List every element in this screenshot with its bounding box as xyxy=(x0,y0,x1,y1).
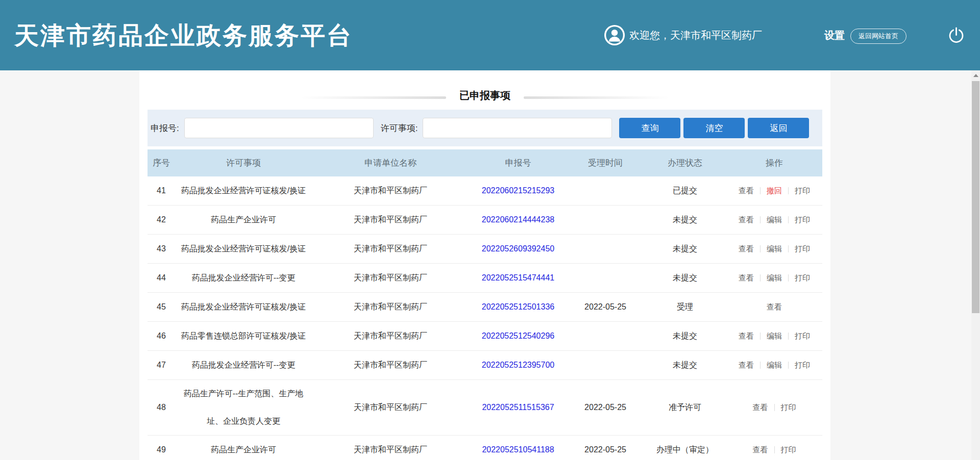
cell-company-name: 天津市和平区制药厂 xyxy=(312,264,469,293)
action-link-3[interactable]: 打印 xyxy=(795,186,810,195)
table-header-row: 序号许可事项申请单位名称申报号受理时间办理状态操作 xyxy=(148,149,822,176)
action-link-2[interactable]: 编辑 xyxy=(767,331,782,340)
clear-button[interactable]: 清空 xyxy=(683,118,745,138)
declaration-no-link[interactable]: 2022052511515367 xyxy=(482,403,554,412)
cell-actions: 查看编辑打印 xyxy=(726,322,822,351)
cell-acceptance-date xyxy=(567,206,644,235)
cell-license-item: 药品批发企业经营许可证核发/换证 xyxy=(175,235,312,264)
license-item-label: 许可事项: xyxy=(381,122,418,134)
vertical-scrollbar[interactable] xyxy=(971,70,980,460)
column-header-1: 许可事项 xyxy=(175,149,312,176)
cell-status: 未提交 xyxy=(644,351,726,380)
cell-company-name: 天津市和平区制药厂 xyxy=(312,322,469,351)
action-link-3[interactable]: 打印 xyxy=(795,215,810,224)
cell-declaration-no: 2022060215215293 xyxy=(469,176,567,206)
table-row: 46药品零售连锁总部许可证核发/换证天津市和平区制药厂2022052512540… xyxy=(148,322,822,351)
cell-declaration-no: 2022052512501336 xyxy=(469,293,567,322)
cell-actions: 查看打印 xyxy=(726,436,822,460)
cell-license-item: 药品批发企业经营许可证核发/换证 xyxy=(175,176,312,206)
scrollbar-thumb[interactable] xyxy=(972,81,979,313)
declaration-no-link[interactable]: 2022060214444238 xyxy=(482,215,554,224)
license-item-input[interactable] xyxy=(423,118,612,138)
cell-declaration-no: 2022052512395700 xyxy=(469,351,567,380)
action-link-1[interactable]: 查看 xyxy=(739,244,754,253)
cell-company-name: 天津市和平区制药厂 xyxy=(312,293,469,322)
back-to-homepage-button[interactable]: 返回网站首页 xyxy=(850,29,906,44)
logout-power-icon[interactable] xyxy=(947,26,966,45)
action-link-3[interactable]: 打印 xyxy=(795,361,810,369)
column-header-3: 申报号 xyxy=(469,149,567,176)
declaration-no-label: 申报号: xyxy=(151,122,179,134)
declared-items-table: 序号许可事项申请单位名称申报号受理时间办理状态操作 41药品批发企业经营许可证核… xyxy=(148,149,822,460)
cell-acceptance-date xyxy=(567,176,644,206)
cell-company-name: 天津市和平区制药厂 xyxy=(312,176,469,206)
content-card: 已申报事项 申报号: 许可事项: 查询 清空 返回 序号许可事项申请单位名称申报… xyxy=(139,70,830,460)
action-separator xyxy=(760,187,761,194)
user-info: 欢迎您，天津市和平区制药厂 xyxy=(604,24,762,46)
action-link-3[interactable]: 打印 xyxy=(795,273,810,282)
action-link-2[interactable]: 编辑 xyxy=(767,361,782,369)
cell-actions: 查看编辑打印 xyxy=(726,235,822,264)
declaration-no-link[interactable]: 2022052512395700 xyxy=(482,361,554,369)
action-separator xyxy=(788,362,789,369)
title-decor-line-left xyxy=(301,96,446,99)
declaration-no-link[interactable]: 2022052609392450 xyxy=(482,244,554,253)
cell-row-number: 48 xyxy=(148,380,175,436)
cell-acceptance-date xyxy=(567,322,644,351)
action-link-1[interactable]: 查看 xyxy=(753,445,768,454)
settings-link[interactable]: 设置 xyxy=(824,29,845,42)
action-link-1[interactable]: 查看 xyxy=(739,215,754,224)
action-link-1[interactable]: 查看 xyxy=(739,331,754,340)
column-header-4: 受理时间 xyxy=(567,149,644,176)
scrollbar-up-arrow[interactable] xyxy=(971,70,980,80)
table-row: 47药品批发企业经营许可--变更天津市和平区制药厂202205251239570… xyxy=(148,351,822,380)
cell-company-name: 天津市和平区制药厂 xyxy=(312,436,469,460)
title-decor-line-right xyxy=(524,96,669,99)
action-separator xyxy=(774,404,775,411)
action-separator xyxy=(788,216,789,223)
cell-declaration-no: 2022052512540296 xyxy=(469,322,567,351)
table-row: 44药品批发企业经营许可--变更天津市和平区制药厂202205251547444… xyxy=(148,264,822,293)
action-link-3[interactable]: 打印 xyxy=(795,331,810,340)
action-link-2[interactable]: 撤回 xyxy=(767,186,782,195)
action-link-2[interactable]: 编辑 xyxy=(767,244,782,253)
column-header-2: 申请单位名称 xyxy=(312,149,469,176)
cell-acceptance-date: 2022-05-25 xyxy=(567,436,644,460)
table-row: 43药品批发企业经营许可证核发/换证天津市和平区制药厂2022052609392… xyxy=(148,235,822,264)
declaration-no-link[interactable]: 2022052515474441 xyxy=(482,273,554,282)
declaration-no-input[interactable] xyxy=(184,118,374,138)
cell-status: 未提交 xyxy=(644,206,726,235)
table-row: 49药品生产企业许可天津市和平区制药厂20220525105411882022-… xyxy=(148,436,822,460)
column-header-6: 操作 xyxy=(726,149,822,176)
declaration-no-link[interactable]: 2022052512540296 xyxy=(482,331,554,340)
cell-actions: 查看 xyxy=(726,293,822,322)
cell-acceptance-date xyxy=(567,351,644,380)
action-link-2[interactable]: 打印 xyxy=(781,445,796,454)
query-button[interactable]: 查询 xyxy=(619,118,680,138)
declaration-no-link[interactable]: 2022052512501336 xyxy=(482,302,554,311)
back-button[interactable]: 返回 xyxy=(748,118,809,138)
action-link-2[interactable]: 编辑 xyxy=(767,273,782,282)
action-link-1[interactable]: 查看 xyxy=(739,273,754,282)
table-row: 42药品生产企业许可天津市和平区制药厂2022060214444238未提交查看… xyxy=(148,206,822,235)
action-link-3[interactable]: 打印 xyxy=(795,244,810,253)
action-link-2[interactable]: 打印 xyxy=(781,403,796,412)
action-link-1[interactable]: 查看 xyxy=(753,403,768,412)
action-link-2[interactable]: 编辑 xyxy=(767,215,782,224)
declaration-no-link[interactable]: 2022060215215293 xyxy=(482,186,554,195)
user-avatar-icon xyxy=(604,24,625,46)
cell-declaration-no: 2022060214444238 xyxy=(469,206,567,235)
cell-row-number: 47 xyxy=(148,351,175,380)
action-separator xyxy=(760,274,761,282)
action-link-1[interactable]: 查看 xyxy=(739,361,754,369)
action-link-1[interactable]: 查看 xyxy=(739,186,754,195)
action-separator xyxy=(760,216,761,223)
cell-row-number: 46 xyxy=(148,322,175,351)
site-title: 天津市药品企业政务服务平台 xyxy=(14,19,353,52)
cell-license-item: 药品生产许可--生产范围、生产地址、企业负责人变更 xyxy=(175,380,312,436)
declaration-no-link[interactable]: 2022052510541188 xyxy=(482,445,554,454)
action-link-1[interactable]: 查看 xyxy=(767,302,782,311)
section-header: 已申报事项 xyxy=(139,70,830,110)
page-title: 已申报事项 xyxy=(459,89,510,103)
page: 天津市药品企业政务服务平台 欢迎您，天津市和平区制药厂 设置 返回网站首页 已申… xyxy=(0,0,980,460)
